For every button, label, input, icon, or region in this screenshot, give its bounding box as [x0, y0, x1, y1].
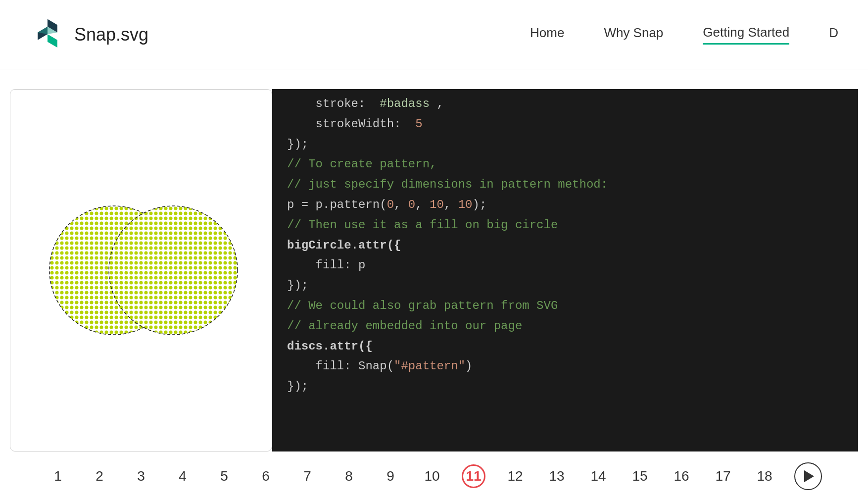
- code-line-8: bigCircle.attr({: [287, 236, 843, 256]
- code-line-11: // We could also grab pattern from SVG: [287, 296, 843, 316]
- page-15[interactable]: 15: [628, 464, 652, 488]
- code-line-12: // already embedded into our page: [287, 316, 843, 337]
- code-line-6: p = p.pattern(0, 0, 10, 10);: [287, 195, 843, 215]
- code-line-15: });: [287, 377, 843, 397]
- code-line-5: // just specify dimensions in pattern me…: [287, 175, 843, 195]
- page-12[interactable]: 12: [503, 464, 527, 488]
- page-1[interactable]: 1: [46, 464, 70, 488]
- code-line-14: fill: Snap("#pattern"): [287, 356, 843, 377]
- nav-home[interactable]: Home: [530, 25, 564, 44]
- page-4[interactable]: 4: [171, 464, 194, 488]
- nav-why-snap[interactable]: Why Snap: [604, 25, 663, 44]
- page-6[interactable]: 6: [254, 464, 278, 488]
- logo-text: Snap.svg: [74, 24, 148, 45]
- pagination: 1 2 3 4 5 6 7 8 9 10 11 12 13 14 15 16 1…: [0, 451, 868, 501]
- code-panel: stroke: #badass , strokeWidth: 5 }); // …: [272, 89, 858, 451]
- page-8[interactable]: 8: [337, 464, 361, 488]
- page-17[interactable]: 17: [711, 464, 735, 488]
- preview-panel: [10, 89, 272, 451]
- code-line-1: stroke: #badass ,: [287, 94, 843, 114]
- play-button[interactable]: [794, 462, 822, 490]
- page-18[interactable]: 18: [753, 464, 776, 488]
- preview-svg-area: [10, 90, 272, 451]
- main-nav: Home Why Snap Getting Started D: [530, 25, 838, 45]
- code-line-7: // Then use it as a fill on big circle: [287, 215, 843, 236]
- code-line-13: discs.attr({: [287, 337, 843, 357]
- snap-logo-icon: [30, 17, 65, 52]
- main-content: stroke: #badass , strokeWidth: 5 }); // …: [0, 69, 868, 451]
- page-10[interactable]: 10: [420, 464, 444, 488]
- page-5[interactable]: 5: [212, 464, 236, 488]
- page-13[interactable]: 13: [545, 464, 569, 488]
- header: Snap.svg Home Why Snap Getting Started D: [0, 0, 868, 69]
- page-2[interactable]: 2: [88, 464, 111, 488]
- logo-link[interactable]: Snap.svg: [30, 17, 148, 52]
- page-7[interactable]: 7: [295, 464, 319, 488]
- page-16[interactable]: 16: [670, 464, 693, 488]
- play-icon: [804, 470, 814, 482]
- nav-getting-started[interactable]: Getting Started: [703, 25, 789, 45]
- page-11[interactable]: 11: [462, 464, 485, 488]
- page-9[interactable]: 9: [379, 464, 402, 488]
- code-line-4: // To create pattern,: [287, 154, 843, 175]
- code-line-3: });: [287, 135, 843, 155]
- code-line-10: });: [287, 276, 843, 296]
- nav-docs[interactable]: D: [829, 25, 838, 44]
- code-line-2: strokeWidth: 5: [287, 114, 843, 135]
- page-14[interactable]: 14: [586, 464, 610, 488]
- code-line-9: fill: p: [287, 255, 843, 276]
- svg-point-6: [109, 206, 238, 335]
- page-3[interactable]: 3: [129, 464, 153, 488]
